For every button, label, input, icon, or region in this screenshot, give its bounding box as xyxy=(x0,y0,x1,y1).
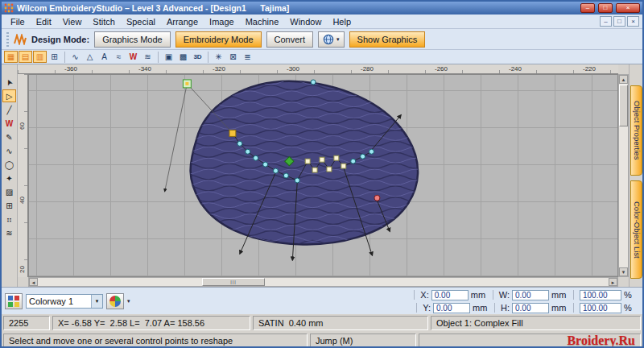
broidery-watermark: Broidery.Ru xyxy=(567,334,635,348)
color-wheel-icon xyxy=(109,296,121,307)
h-label: H: xyxy=(501,303,510,313)
design-canvas-svg xyxy=(29,75,617,276)
wave-stitch-icon[interactable]: ≋ xyxy=(141,51,155,63)
node-edit-tool[interactable]: ⠶ xyxy=(2,213,16,226)
grid-fill-icon[interactable]: ⊞ xyxy=(47,51,61,63)
menu-window[interactable]: Window xyxy=(284,15,327,28)
applique-icon[interactable]: ⊠ xyxy=(226,51,240,63)
colorway-select[interactable]: Colorway 1 ▾ xyxy=(26,294,103,309)
grid-tool[interactable]: ⊞ xyxy=(2,199,16,212)
design-mode-label: Design Mode: xyxy=(31,35,89,44)
y-unit-label: mm xyxy=(473,303,489,313)
entry-point-handle[interactable] xyxy=(229,130,236,136)
document-window-controls: – □ × xyxy=(600,16,639,27)
restore-icon[interactable]: □ xyxy=(598,3,613,13)
embroidery-mode-button[interactable]: Embroidery Mode xyxy=(175,31,262,48)
pattern-fill-icon[interactable]: ▩ xyxy=(176,51,190,63)
select-tool[interactable]: ➤ xyxy=(2,76,16,89)
vertical-scroll-thumb[interactable] xyxy=(619,85,628,126)
docker-tabstrip: Object Properties Color-Object List xyxy=(629,64,642,287)
menu-machine[interactable]: Machine xyxy=(240,15,285,28)
motif-fill-icon[interactable]: ▥ xyxy=(33,51,47,63)
transform-row-x: X: 0.00 mm W: 0.00 mm 100.00 % xyxy=(411,288,640,301)
titlebar[interactable]: Wilcom EmbroideryStudio – Level 3 Advanc… xyxy=(2,2,642,14)
ruler-label: -360 xyxy=(64,65,77,72)
transform-row-y: Y: 0.00 mm H: 0.00 mm 100.00 % xyxy=(411,301,640,314)
scale-y-field[interactable]: 100.00 xyxy=(580,303,621,313)
stitch-zigzag-icon xyxy=(14,34,27,45)
doc-close-icon[interactable]: × xyxy=(627,16,639,27)
ellipse-tool[interactable]: ◯ xyxy=(2,158,16,171)
x-field[interactable]: 0.00 xyxy=(431,290,469,300)
menu-special[interactable]: Special xyxy=(121,15,161,28)
thread-colors-button[interactable] xyxy=(5,293,23,309)
run-stitch-icon[interactable]: ≈ xyxy=(112,51,126,63)
scroll-up-icon[interactable]: ▲ xyxy=(619,75,628,84)
toolbar-separator xyxy=(208,52,208,63)
scroll-down-icon[interactable]: ▼ xyxy=(619,267,628,276)
close-icon[interactable]: × xyxy=(616,3,640,13)
ruler-label: 20 xyxy=(19,266,26,273)
horizontal-scrollbar[interactable]: ◄ ||| ► xyxy=(28,277,618,287)
design-canvas[interactable] xyxy=(28,74,618,277)
ruler-label: -320 xyxy=(213,65,225,72)
star-fill-icon[interactable]: ✳ xyxy=(212,51,225,63)
exit-point-handle[interactable] xyxy=(374,195,380,201)
ruler-label: -300 xyxy=(287,65,299,72)
scroll-left-icon[interactable]: ◄ xyxy=(29,278,38,286)
lettering-tool[interactable]: W xyxy=(2,117,16,130)
three-d-icon[interactable]: 3D xyxy=(191,51,204,63)
zigzag-stitch-icon[interactable]: ∿ xyxy=(68,51,82,63)
satin-fill-icon[interactable]: ▤ xyxy=(19,51,32,63)
toolbar-grip[interactable] xyxy=(6,32,9,47)
y-field[interactable]: 0.00 xyxy=(433,303,470,313)
reshape-tool[interactable]: ▷ xyxy=(2,89,16,102)
menu-image[interactable]: Image xyxy=(204,15,240,28)
knife-tool[interactable]: ╱ xyxy=(2,103,16,116)
menu-stitch[interactable]: Stitch xyxy=(87,15,121,28)
digitize-tool[interactable]: ✎ xyxy=(2,130,16,143)
embroidery-object[interactable] xyxy=(177,80,426,245)
triangle-shape-icon[interactable]: △ xyxy=(83,51,97,63)
graphics-mode-button[interactable]: Graphics Mode xyxy=(94,31,171,48)
wave-tool[interactable]: ≋ xyxy=(2,226,16,239)
menu-help[interactable]: Help xyxy=(327,15,357,28)
fill-tool[interactable]: ▨ xyxy=(2,185,16,198)
menu-view[interactable]: View xyxy=(57,15,88,28)
tab-object-properties[interactable]: Object Properties xyxy=(630,85,642,176)
color-wheel-dropdown-arrow-icon[interactable]: ▾ xyxy=(127,298,130,304)
w-unit-label: mm xyxy=(551,290,568,300)
vertical-ruler: 60 40 20 xyxy=(18,74,28,277)
run-tool[interactable]: ∿ xyxy=(2,144,16,157)
scale-y-percent-label: % xyxy=(624,303,640,313)
letter-a-icon[interactable]: A xyxy=(97,51,111,63)
menu-file[interactable]: File xyxy=(5,15,31,28)
horizontal-scroll-thumb[interactable]: ||| xyxy=(202,278,265,286)
layers-icon[interactable]: ≣ xyxy=(241,51,254,63)
color-wheel-button[interactable] xyxy=(106,293,124,309)
hoop-globe-button[interactable]: ▾ xyxy=(318,31,345,48)
globe-dropdown-arrow-icon[interactable]: ▾ xyxy=(336,36,340,43)
scale-x-field[interactable]: 100.00 xyxy=(580,290,621,300)
menu-edit[interactable]: Edit xyxy=(31,15,57,28)
convert-button[interactable]: Convert xyxy=(266,31,314,48)
star-tool[interactable]: ✦ xyxy=(2,172,16,184)
menu-arrange[interactable]: Arrange xyxy=(161,15,204,28)
lettering-w-icon[interactable]: W xyxy=(126,51,140,63)
scroll-right-icon[interactable]: ► xyxy=(609,278,617,286)
h-field[interactable]: 0.00 xyxy=(512,303,549,313)
doc-minimize-icon[interactable]: – xyxy=(600,16,612,27)
doc-restore-icon[interactable]: □ xyxy=(613,16,625,27)
h-unit-label: mm xyxy=(551,303,568,313)
transform-fields: X: 0.00 mm W: 0.00 mm 100.00 % Y: 0.00 m… xyxy=(411,288,640,314)
minimize-icon[interactable]: – xyxy=(580,3,595,13)
tab-color-object-list[interactable]: Color-Object List xyxy=(630,180,642,279)
colorway-dropdown-arrow-icon[interactable]: ▾ xyxy=(91,295,102,308)
pattern-stamp-icon[interactable]: ▣ xyxy=(162,51,175,63)
vertical-scrollbar[interactable]: ▲ ▼ xyxy=(618,74,629,277)
tatami-fill-icon[interactable]: ▦ xyxy=(4,51,18,63)
toolbar-separator xyxy=(158,52,159,63)
status-bar: 2255 X= -6.58 Y= 2.58 L= 7.07 A= 158.56 … xyxy=(2,314,642,332)
show-graphics-button[interactable]: Show Graphics xyxy=(349,31,426,48)
w-field[interactable]: 0.00 xyxy=(512,290,549,300)
